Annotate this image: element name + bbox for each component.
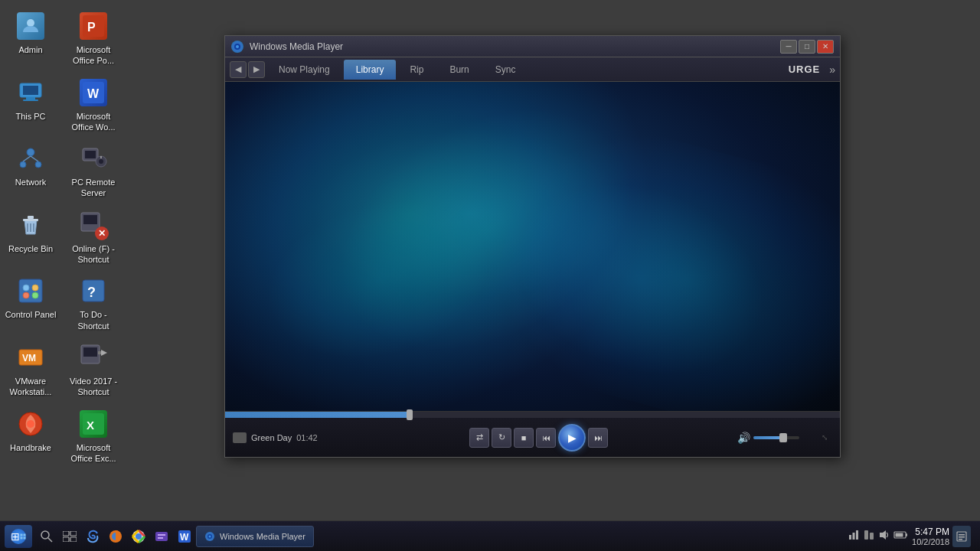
svg-rect-71 [864, 530, 868, 540]
svg-point-67 [209, 535, 211, 537]
tray-battery-icon[interactable] [893, 529, 909, 543]
desktop-icon-online-fail[interactable]: ✕ Online (F) - Shortcut [63, 205, 124, 270]
svg-rect-20 [28, 216, 34, 219]
svg-rect-38 [98, 351, 101, 354]
svg-text:P: P [87, 21, 96, 34]
svg-rect-47 [24, 533, 26, 536]
start-button[interactable] [5, 525, 32, 548]
wmp-maximize-btn[interactable]: □ [799, 40, 815, 54]
svg-rect-78 [959, 534, 965, 536]
svg-rect-25 [83, 215, 97, 224]
wmp-logo-icon [231, 41, 243, 53]
desktop-icon-vmware[interactable]: VM VMware Workstati... [0, 337, 61, 403]
wmp-close-btn[interactable]: ✕ [817, 40, 834, 54]
svg-rect-48 [21, 536, 23, 539]
taskbar-wmp-btn[interactable]: Windows Media Player [196, 526, 314, 547]
desktop-icon-admin[interactable]: Admin [0, 6, 61, 71]
wmp-minimize-btn[interactable]: ─ [780, 40, 797, 54]
wmp-seekbar[interactable] [225, 412, 840, 418]
taskbar-edge-btn[interactable] [81, 526, 104, 547]
svg-rect-6 [23, 99, 38, 101]
svg-rect-15 [85, 151, 96, 158]
wmp-volume-area: 🔊 [737, 432, 814, 444]
wmp-play-btn[interactable]: ▶ [558, 424, 586, 452]
svg-rect-53 [70, 531, 77, 536]
svg-rect-55 [70, 537, 77, 542]
svg-point-45 [236, 45, 239, 48]
svg-point-10 [20, 161, 26, 168]
taskbar-search-btn[interactable] [35, 526, 58, 547]
tray-time: 5:47 PM [912, 527, 949, 537]
taskbar: W Windows Media Player 5:47 PM 10/ [0, 520, 980, 551]
wmp-track-time: 01:42 [296, 433, 318, 442]
svg-point-28 [32, 285, 38, 291]
svg-marker-37 [101, 350, 107, 356]
desktop-icon-msppt[interactable]: P Microsoft Office Po... [63, 6, 124, 71]
desktop-icon-network[interactable]: Network [0, 139, 61, 204]
tray-volume-icon[interactable] [878, 529, 890, 543]
wmp-navigation: ◀ ▶ Now Playing Library Rip Burn Sync UR… [225, 57, 840, 82]
wmp-title: Windows Media Player [250, 41, 780, 52]
tray-clock[interactable]: 5:47 PM 10/2/2018 [912, 527, 949, 546]
desktop-icon-pcremote[interactable]: PC Remote Server [63, 139, 124, 204]
controlpanel-label: Control Panel [5, 309, 57, 320]
taskbar-word-btn[interactable]: W [173, 526, 196, 547]
wmp-controls-row: Green Day 01:42 ⇄ ↻ ■ ⏮ ▶ ⏭ 🔊 [225, 418, 840, 457]
wmp-forward-btn[interactable]: ▶ [248, 61, 265, 78]
wmp-prev-btn[interactable]: ⏮ [536, 428, 556, 448]
wmp-window-controls: ─ □ ✕ [780, 40, 834, 54]
svg-text:W: W [180, 532, 189, 543]
tab-now-playing[interactable]: Now Playing [266, 60, 342, 80]
svg-rect-60 [155, 532, 168, 541]
tab-burn[interactable]: Burn [437, 60, 481, 80]
taskbar-app1-btn[interactable] [150, 526, 173, 547]
svg-point-30 [32, 292, 38, 298]
tab-rip[interactable]: Rip [397, 60, 436, 80]
svg-marker-73 [880, 530, 886, 540]
desktop-icon-todo[interactable]: ? To Do - Shortcut [63, 271, 124, 336]
tray-uac-icon[interactable] [863, 529, 875, 543]
wmp-urge-label[interactable]: URGE [781, 64, 828, 75]
desktop-icon-handbrake[interactable]: Handbrake [0, 404, 61, 469]
wmp-corner-btn[interactable]: ⤡ [817, 430, 832, 445]
desktop-icon-thispc[interactable]: This PC [0, 73, 61, 138]
desktop-icon-video2017[interactable]: Video 2017 - Shortcut [63, 337, 124, 403]
admin-label: Admin [18, 44, 42, 55]
msexcel-label: Microsoft Office Exc... [66, 442, 121, 465]
desktop-icon-recycle[interactable]: Recycle Bin [0, 205, 61, 270]
taskbar-firefox-btn[interactable] [104, 526, 127, 547]
wmp-titlebar: Windows Media Player ─ □ ✕ [225, 36, 840, 57]
wmp-seek-thumb [407, 409, 413, 420]
wmp-video-area[interactable] [225, 82, 840, 411]
svg-point-29 [23, 292, 29, 298]
svg-point-9 [27, 148, 34, 156]
desktop-icon-controlpanel[interactable]: Control Panel [0, 271, 61, 336]
wmp-transport-buttons: ⇄ ↻ ■ ⏮ ▶ ⏭ [343, 424, 734, 452]
taskbar-taskview-btn[interactable] [58, 526, 81, 547]
svg-rect-26 [19, 279, 42, 302]
svg-text:X: X [87, 419, 94, 432]
wmp-repeat-btn[interactable]: ↻ [492, 428, 511, 448]
wmp-stop-btn[interactable]: ■ [514, 428, 534, 448]
wmp-track-art [233, 432, 247, 443]
wmp-nav-more-btn[interactable]: » [829, 64, 835, 76]
desktop-icon-msword[interactable]: W Microsoft Office Wo... [63, 73, 124, 138]
svg-point-0 [27, 19, 34, 27]
wmp-track-artist: Green Day [251, 433, 292, 442]
wmp-next-btn[interactable]: ⏭ [588, 428, 608, 448]
desktop-icon-msexcel[interactable]: X Microsoft Office Exc... [63, 404, 124, 469]
tab-library[interactable]: Library [344, 60, 397, 80]
taskbar-chrome-btn[interactable] [127, 526, 150, 547]
wmp-shuffle-btn[interactable]: ⇄ [469, 428, 489, 448]
notification-center-btn[interactable] [952, 526, 971, 547]
wmp-back-btn[interactable]: ◀ [230, 61, 247, 78]
wmp-track-info: Green Day 01:42 [233, 432, 340, 443]
svg-rect-76 [906, 533, 907, 536]
tab-sync[interactable]: Sync [483, 60, 528, 80]
wmp-transport-bar: Green Day 01:42 ⇄ ↻ ■ ⏮ ▶ ⏭ 🔊 [225, 411, 840, 457]
svg-rect-36 [83, 347, 97, 357]
wmp-volume-bar[interactable] [753, 436, 799, 439]
svg-line-51 [48, 538, 52, 542]
tray-network-icon[interactable] [848, 529, 860, 543]
svg-point-11 [35, 161, 41, 168]
